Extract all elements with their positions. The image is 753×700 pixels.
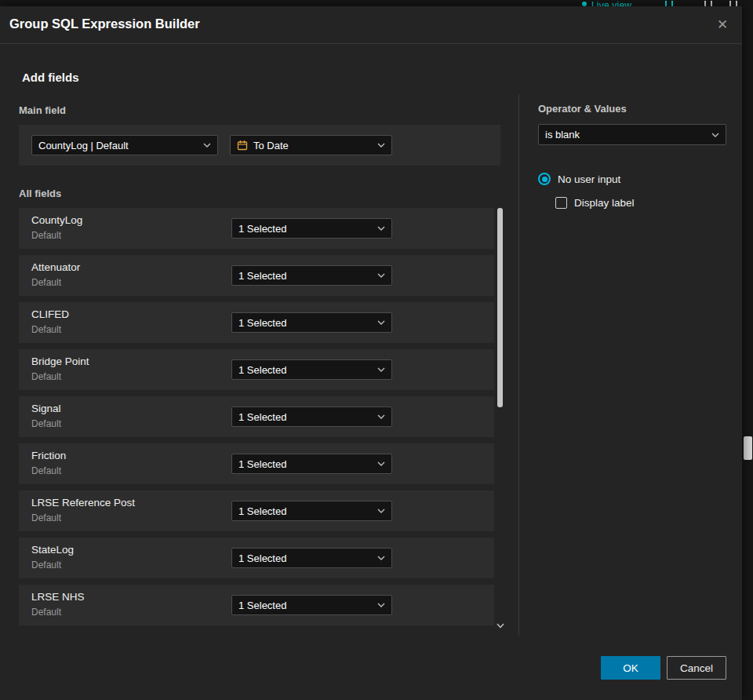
- toolbar-bar-icon: [736, 1, 737, 6]
- calendar-icon: [237, 140, 248, 151]
- field-subtitle: Default: [31, 607, 61, 618]
- field-selection-value: 1 Selected: [238, 223, 286, 235]
- field-row: Signal Default 1 Selected: [19, 396, 494, 437]
- main-field-select[interactable]: CountyLog | Default: [31, 135, 218, 155]
- chevron-down-icon: [377, 273, 385, 278]
- field-selection-select[interactable]: 1 Selected: [231, 548, 392, 568]
- ok-button[interactable]: OK: [601, 656, 660, 680]
- field-name: CountyLog: [31, 214, 82, 226]
- field-name: Attenuator: [31, 261, 80, 273]
- field-row: CLIFED Default 1 Selected: [19, 302, 494, 343]
- all-fields-label: All fields: [19, 188, 61, 199]
- toolbar-bar-icon: [704, 1, 706, 6]
- main-field-date-value: To Date: [253, 140, 289, 151]
- display-label-checkbox[interactable]: Display label: [555, 197, 635, 209]
- chevron-down-icon: [377, 143, 385, 148]
- chevron-down-icon: [377, 320, 385, 325]
- chevron-down-icon: [377, 603, 385, 607]
- field-row: StateLog Default 1 Selected: [19, 538, 494, 578]
- chevron-down-icon: [377, 367, 385, 372]
- field-name: Signal: [31, 403, 61, 414]
- operator-select[interactable]: is blank: [538, 124, 726, 145]
- field-selection-value: 1 Selected: [238, 600, 286, 611]
- chevron-down-icon: [377, 556, 385, 560]
- field-subtitle: Default: [31, 418, 61, 429]
- chevron-down-icon: [377, 414, 385, 419]
- field-subtitle: Default: [31, 465, 61, 476]
- chevron-down-icon: [377, 509, 385, 513]
- field-selection-value: 1 Selected: [238, 552, 286, 564]
- toolbar-bar-icon: [729, 1, 731, 6]
- close-icon[interactable]: ✕: [712, 15, 733, 35]
- add-fields-heading: Add fields: [22, 71, 79, 84]
- main-field-panel: CountyLog | Default To Date: [19, 125, 500, 166]
- field-name: StateLog: [31, 544, 74, 556]
- column-divider: [518, 94, 519, 636]
- toolbar-bar-icon: [665, 1, 667, 6]
- background-app-right-strip: [742, 0, 753, 700]
- field-subtitle: Default: [31, 230, 61, 241]
- operator-values-label: Operator & Values: [538, 103, 627, 115]
- background-scrollbar-thumb[interactable]: [744, 436, 752, 460]
- background-app-topbar: Live view: [0, 0, 753, 6]
- main-field-label: Main field: [19, 104, 66, 116]
- field-selection-select[interactable]: 1 Selected: [231, 407, 392, 427]
- field-selection-select[interactable]: 1 Selected: [231, 359, 392, 380]
- dialog-header: Group SQL Expression Builder ✕: [0, 6, 742, 44]
- chevron-down-icon: [377, 226, 385, 231]
- field-selection-select[interactable]: 1 Selected: [231, 265, 392, 286]
- field-subtitle: Default: [31, 560, 61, 571]
- field-selection-value: 1 Selected: [238, 317, 286, 329]
- live-view-label: Live view: [591, 0, 631, 6]
- chevron-down-icon: [377, 461, 385, 466]
- field-selection-value: 1 Selected: [238, 270, 286, 282]
- field-subtitle: Default: [31, 277, 61, 288]
- field-name: Bridge Point: [31, 355, 89, 367]
- toolbar-bar-icon: [671, 1, 673, 6]
- checkbox-unchecked-icon: [555, 197, 567, 209]
- field-selection-select[interactable]: 1 Selected: [231, 501, 392, 521]
- field-subtitle: Default: [31, 324, 61, 335]
- field-name: LRSE NHS: [31, 591, 85, 603]
- field-row: LRSE NHS Default 1 Selected: [19, 585, 494, 625]
- main-field-select-value: CountyLog | Default: [38, 140, 129, 151]
- field-row: Bridge Point Default 1 Selected: [19, 349, 494, 390]
- no-user-input-label: No user input: [558, 173, 620, 185]
- dialog-title: Group SQL Expression Builder: [9, 16, 200, 31]
- radio-selected-icon: [538, 173, 551, 185]
- list-scrollbar-thumb[interactable]: [497, 208, 503, 407]
- field-subtitle: Default: [31, 371, 61, 382]
- main-field-date-select[interactable]: To Date: [230, 135, 392, 155]
- chevron-down-icon: [711, 133, 719, 137]
- operator-select-value: is blank: [545, 129, 580, 140]
- group-sql-expression-builder-dialog: Group SQL Expression Builder ✕ Add field…: [0, 6, 742, 700]
- field-selection-value: 1 Selected: [238, 505, 286, 517]
- field-selection-value: 1 Selected: [238, 411, 286, 423]
- no-user-input-radio[interactable]: No user input: [538, 173, 620, 185]
- field-subtitle: Default: [31, 512, 61, 523]
- field-selection-select[interactable]: 1 Selected: [231, 218, 392, 239]
- cancel-button[interactable]: Cancel: [667, 656, 726, 680]
- field-selection-select[interactable]: 1 Selected: [231, 454, 392, 474]
- field-selection-value: 1 Selected: [238, 458, 286, 470]
- toolbar-bar-icon: [711, 1, 712, 6]
- field-selection-select[interactable]: 1 Selected: [231, 595, 392, 615]
- display-label-text: Display label: [574, 197, 635, 209]
- field-selection-select[interactable]: 1 Selected: [231, 312, 392, 333]
- chevron-down-icon: [203, 143, 211, 148]
- field-row: Friction Default 1 Selected: [19, 443, 494, 484]
- field-name: LRSE Reference Post: [31, 497, 135, 509]
- field-row: LRSE Reference Post Default 1 Selected: [19, 490, 494, 531]
- field-name: CLIFED: [31, 308, 69, 320]
- field-row: Attenuator Default 1 Selected: [19, 255, 494, 296]
- list-scrollbar[interactable]: [497, 208, 504, 632]
- field-row: CountyLog Default 1 Selected: [19, 208, 494, 249]
- scroll-down-icon[interactable]: [497, 618, 504, 632]
- field-name: Friction: [31, 450, 66, 461]
- field-selection-value: 1 Selected: [238, 364, 286, 376]
